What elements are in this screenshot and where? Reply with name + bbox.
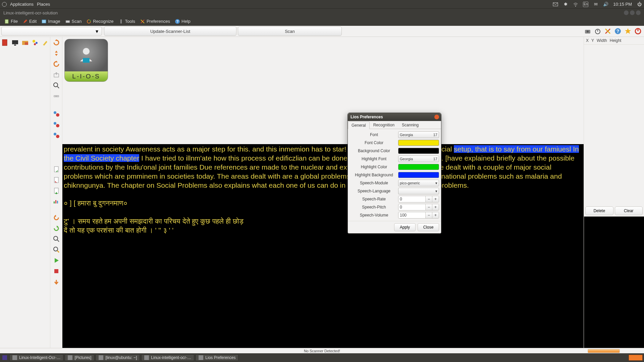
redo-icon[interactable] (53, 225, 60, 232)
svg-rect-18 (14, 45, 16, 46)
ocr-text-area[interactable]: prevalent in society Awareness acts as a… (62, 144, 584, 348)
places-menu[interactable]: Places (37, 2, 50, 7)
folder-image-icon[interactable] (21, 39, 29, 46)
label-speech-volume: Speech-Volume (350, 213, 398, 218)
image-canvas[interactable]: L-I-O-S (62, 37, 584, 144)
menu-file[interactable]: File (2, 18, 20, 25)
tools-icon (118, 19, 124, 24)
scanner-select[interactable]: ▾ (1, 27, 102, 36)
page-prev-icon[interactable] (53, 176, 60, 184)
power-icon[interactable] (634, 27, 642, 35)
clear-button[interactable]: Clear (615, 206, 643, 215)
task-item[interactable]: [linux@ubuntu: ~] (96, 354, 140, 361)
menu-image[interactable]: Image (39, 18, 62, 25)
status-text: No Scanner Detected! (304, 349, 340, 353)
speech-language-select[interactable]: ▾ (398, 188, 439, 194)
stop-icon[interactable] (53, 267, 60, 275)
menu-scan[interactable]: Scan (63, 18, 84, 25)
task-item[interactable]: [Pictures] (65, 354, 94, 361)
task-item[interactable]: Linux-intelligent-ocr-… (141, 354, 194, 361)
undo-icon[interactable] (53, 214, 60, 221)
camera-icon[interactable] (584, 27, 592, 35)
color-wand-icon[interactable] (32, 39, 39, 46)
svg-rect-43 (83, 58, 90, 63)
delete-button[interactable]: Delete (585, 206, 613, 215)
wifi-icon[interactable] (573, 2, 578, 7)
export-icon[interactable] (53, 71, 60, 78)
collapse-icon[interactable] (53, 93, 60, 100)
rotate-left-icon[interactable] (53, 39, 60, 46)
task-item[interactable]: Lios Preferences (196, 354, 238, 361)
play-icon[interactable] (53, 257, 60, 264)
zoom-icon[interactable] (53, 82, 60, 89)
find-replace-icon[interactable] (53, 246, 60, 253)
tab-general[interactable]: General (348, 121, 370, 129)
window-close[interactable] (636, 10, 641, 15)
svg-rect-33 (54, 167, 58, 172)
vertical-toolbar (50, 37, 62, 348)
window-minimize[interactable] (624, 10, 629, 15)
rotate-right-icon[interactable] (53, 60, 60, 68)
shape-c-icon[interactable] (53, 131, 60, 139)
scan-icon (65, 19, 70, 24)
shutdown-icon[interactable]: ⏻ (637, 2, 642, 7)
flip-v-icon[interactable] (53, 50, 60, 57)
menu-edit[interactable]: Edit (20, 18, 39, 25)
scan-button[interactable]: Scan (238, 26, 342, 36)
task-item[interactable]: Linux-Intelligent-Ocr-… (9, 354, 63, 361)
highlight-bg-swatch[interactable] (398, 172, 439, 178)
font-chooser[interactable]: Georgia17 (398, 131, 439, 138)
help-tool-icon[interactable]: ? (614, 27, 622, 35)
messages-icon[interactable]: ✉ (593, 2, 598, 7)
center-panel: L-I-O-S prevalent in society Awareness a… (62, 37, 584, 348)
pdf-icon[interactable] (1, 39, 9, 46)
speech-volume-spinner[interactable]: 100−+ (398, 212, 439, 219)
workspace-switcher[interactable] (629, 355, 643, 361)
timer-icon[interactable] (594, 27, 602, 35)
star-icon[interactable] (624, 27, 632, 35)
applications-menu[interactable]: Applications (10, 2, 34, 7)
volume-icon[interactable]: 🔊 (603, 2, 608, 7)
svg-rect-15 (2, 40, 7, 46)
keyboard-layout-indicator[interactable]: En (583, 2, 588, 7)
shape-b-icon[interactable] (53, 121, 60, 128)
svg-point-28 (56, 113, 59, 117)
speech-pitch-spinner[interactable]: 0−+ (398, 204, 439, 210)
show-desktop-icon[interactable] (1, 355, 8, 360)
bg-color-swatch[interactable] (398, 148, 439, 154)
svg-rect-34 (54, 177, 58, 183)
preferences-icon (140, 19, 145, 24)
svg-rect-20 (25, 42, 28, 45)
monitor-icon[interactable] (11, 39, 19, 46)
find-icon[interactable] (53, 235, 60, 243)
bluetooth-icon[interactable]: ✱ (563, 2, 568, 7)
shape-a-icon[interactable] (53, 110, 60, 117)
regions-list[interactable] (584, 45, 644, 205)
svg-point-30 (56, 124, 59, 127)
speech-module-select[interactable]: pico-generic▾ (398, 180, 439, 186)
brush-icon[interactable] (42, 39, 49, 46)
menu-help[interactable]: ?Help (173, 18, 193, 25)
settings-tool-icon[interactable] (604, 27, 612, 35)
chart-icon[interactable] (53, 198, 60, 205)
speech-rate-spinner[interactable]: 0−+ (398, 196, 439, 202)
highlight-color-swatch[interactable] (398, 164, 439, 170)
dialog-close-icon[interactable] (434, 115, 439, 119)
clock[interactable]: 10:15 PM (613, 2, 632, 7)
menu-preferences[interactable]: Preferences (138, 18, 172, 25)
apply-button[interactable]: Apply (394, 223, 416, 231)
tab-scanning[interactable]: Scanning (398, 121, 422, 129)
page-next-icon[interactable] (53, 166, 60, 173)
update-scanner-list-button[interactable]: Update-Scanner-List (104, 26, 236, 36)
tab-recognition[interactable]: Recognition (370, 121, 398, 129)
highlight-font-chooser[interactable]: Georgia17 (398, 156, 439, 162)
font-color-swatch[interactable] (398, 140, 439, 146)
down-arrow-icon[interactable] (53, 278, 60, 286)
page-down-icon[interactable] (53, 187, 60, 194)
dialog-titlebar[interactable]: Lios Preferences (348, 113, 441, 121)
menu-recognize[interactable]: Recognize (84, 18, 115, 25)
mail-tray-icon[interactable] (553, 2, 558, 7)
close-button[interactable]: Close (418, 223, 439, 231)
window-maximize[interactable] (630, 10, 635, 15)
menu-tools[interactable]: Tools (116, 18, 137, 25)
